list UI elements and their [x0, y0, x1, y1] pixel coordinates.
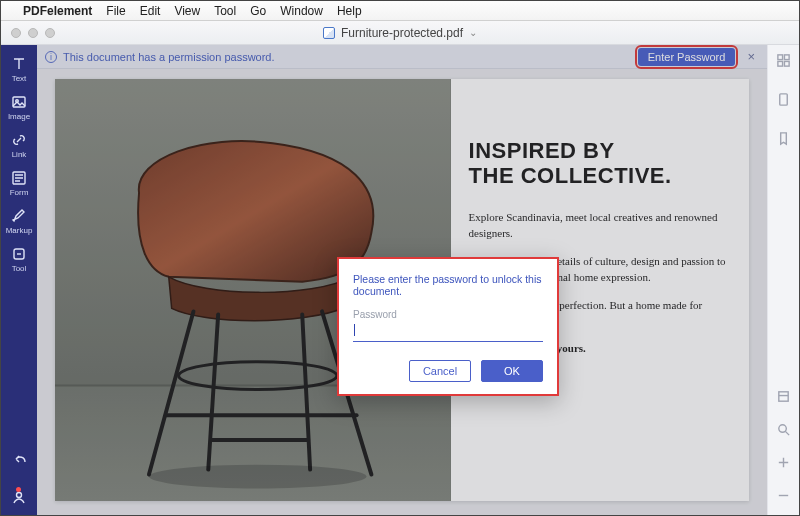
- page-para-1: Explore Scandinavia, meet local creative…: [469, 210, 729, 242]
- sidebar-account[interactable]: [11, 489, 27, 509]
- svg-rect-14: [780, 94, 788, 105]
- properties-icon: [776, 389, 791, 404]
- page-heading-line2: THE COLLECTIVE.: [469, 163, 672, 188]
- tool-tool[interactable]: Tool: [1, 246, 37, 273]
- grid-icon: [776, 53, 791, 68]
- chevron-down-icon[interactable]: ⌄: [469, 27, 477, 38]
- tool-text-label: Text: [12, 74, 27, 83]
- undo-icon: [11, 451, 27, 467]
- svg-rect-10: [778, 55, 783, 60]
- dialog-button-row: Cancel OK: [353, 360, 543, 382]
- menu-view[interactable]: View: [174, 4, 200, 18]
- ok-button[interactable]: OK: [481, 360, 543, 382]
- close-banner-button[interactable]: ×: [743, 47, 759, 66]
- traffic-lights: [11, 28, 55, 38]
- document-viewport: i This document has a permission passwor…: [37, 45, 767, 515]
- pdf-doc-icon: [323, 27, 335, 39]
- page-icon: [776, 92, 791, 107]
- cancel-button[interactable]: Cancel: [409, 360, 471, 382]
- menu-help[interactable]: Help: [337, 4, 362, 18]
- permission-banner-text: This document has a permission password.: [63, 51, 275, 63]
- svg-rect-12: [778, 61, 783, 66]
- tool-image-label: Image: [8, 112, 30, 121]
- password-input[interactable]: [353, 324, 543, 342]
- doc-properties[interactable]: [776, 389, 791, 408]
- svg-rect-0: [13, 97, 25, 107]
- tool-icon: [11, 246, 27, 262]
- tool-link-label: Link: [12, 150, 27, 159]
- left-sidebar: Text Image Link Form Markup Tool: [1, 45, 37, 515]
- text-icon: [11, 56, 27, 72]
- form-icon: [11, 170, 27, 186]
- svg-point-16: [779, 425, 787, 433]
- app-frame: PDFelement File Edit View Tool Go Window…: [0, 0, 800, 516]
- menu-window[interactable]: Window: [280, 4, 323, 18]
- text-caret-icon: [354, 324, 355, 336]
- plus-icon: [776, 455, 791, 470]
- more-panel[interactable]: [776, 488, 791, 507]
- tool-tool-label: Tool: [12, 264, 27, 273]
- page-heading-line1: INSPIRED BY: [469, 138, 615, 163]
- window-zoom-icon[interactable]: [45, 28, 55, 38]
- add-panel[interactable]: [776, 455, 791, 474]
- permission-banner: i This document has a permission passwor…: [37, 45, 767, 69]
- panel-bookmarks[interactable]: [776, 131, 791, 150]
- svg-rect-13: [784, 61, 789, 66]
- tool-markup-label: Markup: [6, 226, 33, 235]
- window-titlebar: Furniture-protected.pdf ⌄: [1, 21, 799, 45]
- enter-password-button[interactable]: Enter Password: [638, 48, 736, 66]
- menu-app[interactable]: PDFelement: [23, 4, 92, 18]
- notification-badge-icon: [16, 487, 21, 492]
- search-icon: [776, 422, 791, 437]
- link-icon: [11, 132, 27, 148]
- svg-point-9: [149, 465, 367, 489]
- panel-pages[interactable]: [776, 92, 791, 111]
- page-heading: INSPIRED BY THE COLLECTIVE.: [469, 139, 729, 188]
- tool-markup[interactable]: Markup: [1, 208, 37, 235]
- minus-icon: [776, 488, 791, 503]
- tool-image[interactable]: Image: [1, 94, 37, 121]
- menu-go[interactable]: Go: [250, 4, 266, 18]
- search-panel[interactable]: [776, 422, 791, 441]
- password-dialog-title: Please enter the password to unlock this…: [353, 273, 543, 297]
- tool-form[interactable]: Form: [1, 170, 37, 197]
- mac-menubar: PDFelement File Edit View Tool Go Window…: [1, 1, 799, 21]
- menu-file[interactable]: File: [106, 4, 125, 18]
- document-title: Furniture-protected.pdf ⌄: [1, 26, 799, 40]
- image-icon: [11, 94, 27, 110]
- menu-edit[interactable]: Edit: [140, 4, 161, 18]
- panel-thumbnails[interactable]: [776, 53, 791, 72]
- document-title-text: Furniture-protected.pdf: [341, 26, 463, 40]
- right-sidebar: [767, 45, 799, 515]
- tool-form-label: Form: [10, 188, 29, 197]
- password-field-label: Password: [353, 309, 543, 320]
- window-minimize-icon[interactable]: [28, 28, 38, 38]
- sidebar-undo[interactable]: [11, 451, 27, 471]
- info-icon: i: [45, 51, 57, 63]
- svg-rect-15: [779, 392, 788, 401]
- bookmark-icon: [776, 131, 791, 146]
- tool-link[interactable]: Link: [1, 132, 37, 159]
- tool-text[interactable]: Text: [1, 56, 37, 83]
- svg-point-4: [17, 493, 22, 498]
- markup-icon: [11, 208, 27, 224]
- menu-tool[interactable]: Tool: [214, 4, 236, 18]
- svg-rect-11: [784, 55, 789, 60]
- password-dialog: Please enter the password to unlock this…: [337, 257, 559, 396]
- window-close-icon[interactable]: [11, 28, 21, 38]
